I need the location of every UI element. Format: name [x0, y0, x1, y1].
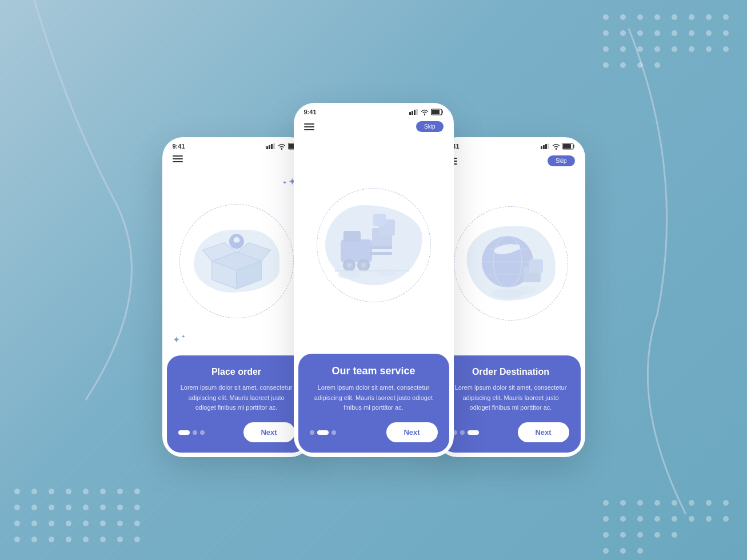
svg-point-51: [134, 521, 140, 526]
svg-point-8: [603, 30, 609, 36]
battery-icon-3: [562, 143, 575, 150]
svg-point-64: [672, 500, 677, 506]
svg-point-28: [14, 489, 20, 494]
svg-point-63: [654, 500, 660, 506]
wifi-icon-2: [421, 109, 429, 115]
svg-point-43: [134, 505, 140, 510]
svg-point-6: [706, 14, 712, 20]
skip-button-3[interactable]: Skip: [548, 155, 574, 166]
dot-3-active: [468, 430, 479, 435]
svg-point-17: [620, 46, 626, 52]
illustration-area-2: [294, 137, 454, 354]
hamburger-menu-2[interactable]: [304, 123, 314, 130]
svg-point-75: [723, 516, 729, 522]
menu-bar-2: Skip: [294, 119, 454, 137]
svg-rect-120: [545, 144, 547, 149]
svg-point-70: [637, 516, 643, 522]
svg-point-16: [603, 46, 609, 52]
svg-point-13: [689, 30, 694, 36]
svg-rect-123: [563, 144, 571, 149]
dot-1-inactive1: [193, 430, 197, 435]
svg-point-7: [723, 14, 729, 20]
dot-1-active: [178, 430, 190, 435]
card-footer-1: Next: [178, 422, 295, 442]
svg-point-62: [637, 500, 643, 506]
svg-point-77: [620, 532, 626, 538]
next-button-1[interactable]: Next: [243, 422, 295, 442]
card-body-3: Lorem ipsum dolor sit amet, consectetur …: [453, 383, 569, 413]
dots-indicator-2: [310, 430, 336, 435]
svg-point-31: [66, 489, 71, 494]
svg-point-11: [654, 30, 660, 36]
svg-point-45: [31, 521, 37, 526]
svg-point-56: [83, 537, 89, 542]
status-icons-2: [409, 109, 444, 115]
svg-point-39: [66, 505, 71, 510]
svg-point-68: [603, 516, 609, 522]
card-footer-3: Next: [453, 422, 569, 442]
next-button-2[interactable]: Next: [386, 422, 438, 442]
blob-bg-3: [466, 226, 555, 301]
svg-point-14: [706, 30, 712, 36]
svg-point-24: [603, 62, 609, 68]
svg-rect-99: [412, 111, 413, 115]
illustration-area-1: ✦ ✦ ✦ ✦: [162, 167, 311, 355]
svg-point-53: [31, 537, 37, 542]
svg-point-72: [672, 516, 677, 522]
svg-point-66: [706, 500, 712, 506]
sparkle-bl2-1: ✦: [181, 334, 186, 339]
signal-icon-1: [266, 143, 275, 149]
svg-point-20: [672, 46, 677, 52]
svg-point-3: [654, 14, 660, 20]
signal-icon-3: [541, 143, 550, 149]
svg-rect-87: [273, 143, 275, 149]
blob-bg-1: [194, 230, 279, 293]
skip-button-2[interactable]: Skip: [416, 121, 443, 132]
svg-point-29: [31, 489, 37, 494]
svg-point-15: [723, 30, 729, 36]
wifi-icon-3: [552, 143, 560, 150]
status-time-1: 9:41: [173, 143, 185, 150]
svg-point-74: [706, 516, 712, 522]
svg-point-12: [672, 30, 677, 36]
svg-point-10: [637, 30, 643, 36]
svg-point-35: [134, 489, 140, 494]
svg-rect-118: [541, 146, 542, 149]
svg-point-1: [620, 14, 626, 20]
status-bar-3: 9:41: [437, 137, 585, 153]
svg-point-36: [14, 505, 20, 510]
dot-1-inactive2: [200, 430, 205, 435]
next-button-3[interactable]: Next: [518, 422, 569, 442]
screen-2-team-service: 9:41: [294, 103, 454, 457]
svg-point-27: [654, 62, 660, 68]
svg-point-26: [637, 62, 643, 68]
dot-2-active: [317, 430, 329, 435]
svg-rect-119: [543, 145, 545, 149]
menu-bar-3: Skip: [437, 153, 585, 171]
svg-point-46: [49, 521, 54, 526]
svg-point-80: [672, 532, 677, 538]
menu-bar-1: [162, 153, 311, 167]
battery-icon-2: [431, 109, 444, 115]
svg-point-34: [117, 489, 123, 494]
svg-point-21: [689, 46, 694, 52]
sparkle-bl-1: ✦: [173, 334, 180, 345]
svg-point-76: [603, 532, 609, 538]
card-body-1: Lorem ipsum dolor sit amet, consectetur …: [178, 383, 295, 413]
hamburger-menu-1[interactable]: [173, 155, 183, 162]
svg-point-69: [620, 516, 626, 522]
bottom-card-1: Place order Lorem ipsum dolor sit amet, …: [167, 355, 306, 453]
svg-point-38: [49, 505, 54, 510]
status-time-2: 9:41: [304, 109, 317, 115]
svg-point-67: [723, 500, 729, 506]
illustration-area-3: [437, 171, 585, 355]
svg-rect-84: [266, 146, 268, 149]
wifi-icon-1: [278, 143, 286, 150]
svg-point-60: [603, 500, 609, 506]
status-bar-2: 9:41: [294, 103, 454, 119]
svg-point-65: [689, 500, 694, 506]
dot-2-inactive1: [310, 430, 314, 435]
svg-point-49: [100, 521, 106, 526]
svg-point-9: [620, 30, 626, 36]
status-bar-1: 9:41: [162, 137, 311, 153]
